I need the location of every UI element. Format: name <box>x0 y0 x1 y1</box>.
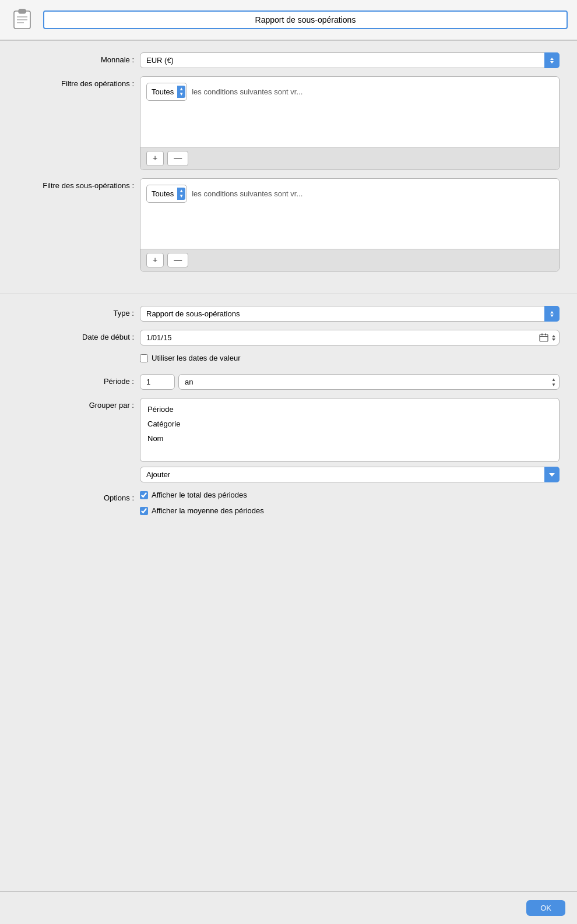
grouper-item-categorie[interactable]: Catégorie <box>140 417 559 431</box>
section-filters: Monnaie : EUR (€)USD ($)GBP (£) Filtre d… <box>0 41 577 294</box>
periode-control: ▲ ▼ <box>140 374 560 390</box>
option2-checkbox[interactable] <box>140 507 148 515</box>
periode-input-row: ▲ ▼ <box>140 374 560 390</box>
filtre-sous-operations-filter-row: Toutes ▲ ▼ les conditions suivantes sont… <box>146 185 553 203</box>
date-valeur-row: Utiliser les dates de valeur <box>17 354 560 366</box>
bottom-bar: OK <box>0 891 577 924</box>
spacer <box>0 532 577 891</box>
ajouter-select[interactable]: Ajouter <box>140 467 560 482</box>
filtre-operations-box: Toutes ▲ ▼ les conditions suivantes sont… <box>140 76 560 170</box>
date-valeur-checkbox-row: Utiliser les dates de valeur <box>140 354 560 362</box>
ok-button[interactable]: OK <box>526 900 565 916</box>
date-valeur-control: Utiliser les dates de valeur <box>140 354 560 366</box>
options-label: Options : <box>17 491 140 502</box>
filtre-operations-footer: + — <box>140 147 559 170</box>
filtre-sous-operations-control: Toutes ▲ ▼ les conditions suivantes sont… <box>140 178 560 272</box>
stepper-down-icon: ▼ <box>179 92 184 97</box>
option1-row: Afficher le total des périodes <box>140 491 560 499</box>
date-debut-row: Date de début : <box>17 330 560 345</box>
filtre-sous-operations-row: Filtre des sous-opérations : Toutes ▲ ▼ <box>17 178 560 272</box>
filtre-sous-operations-footer: + — <box>140 249 559 271</box>
grouper-item-periode[interactable]: Période <box>140 402 559 417</box>
filtre-operations-control: Toutes ▲ ▼ les conditions suivantes sont… <box>140 76 560 170</box>
monnaie-select-wrapper: EUR (€)USD ($)GBP (£) <box>140 52 560 68</box>
periode-row: Période : ▲ ▼ <box>17 374 560 390</box>
ajouter-wrapper: Ajouter <box>140 467 560 482</box>
filtre-operations-label: Filtre des opérations : <box>17 76 140 88</box>
option2-label: Afficher la moyenne des périodes <box>152 506 264 515</box>
section-settings: Type : Rapport de sous-opérations Date d… <box>0 294 577 532</box>
options-row: Options : Afficher le total des périodes… <box>17 491 560 519</box>
filtre-operations-add-btn[interactable]: + <box>146 151 164 166</box>
periode-label: Période : <box>17 374 140 386</box>
option2-row: Afficher la moyenne des périodes <box>140 506 560 515</box>
periode-unit-input[interactable] <box>178 374 560 390</box>
filtre-operations-row: Filtre des opérations : Toutes ▲ ▼ <box>17 76 560 170</box>
periode-unit-wrapper: ▲ ▼ <box>178 374 560 390</box>
date-debut-input[interactable] <box>140 330 560 345</box>
filtre-sous-operations-box: Toutes ▲ ▼ les conditions suivantes sont… <box>140 178 560 272</box>
stepper-down2-icon: ▼ <box>179 194 184 199</box>
filtre-operations-content: Toutes ▲ ▼ les conditions suivantes sont… <box>140 77 559 147</box>
filtre-sous-operations-remove-btn[interactable]: — <box>167 253 188 268</box>
report-title-input[interactable] <box>43 10 568 29</box>
grouper-list: Période Catégorie Nom <box>140 398 560 462</box>
filtre-operations-dropdown: Toutes ▲ ▼ <box>146 83 187 101</box>
filtre-operations-toutes-label: Toutes <box>152 87 174 96</box>
date-debut-control <box>140 330 560 345</box>
grouper-item-nom[interactable]: Nom <box>140 431 559 446</box>
filtre-sous-operations-label: Filtre des sous-opérations : <box>17 178 140 190</box>
filtre-operations-remove-btn[interactable]: — <box>167 151 188 166</box>
type-select[interactable]: Rapport de sous-opérations <box>140 306 560 322</box>
type-control: Rapport de sous-opérations <box>140 306 560 322</box>
filtre-operations-toutes-btn[interactable]: Toutes ▲ ▼ <box>146 83 187 101</box>
type-select-wrapper: Rapport de sous-opérations <box>140 306 560 322</box>
filtre-sous-operations-content: Toutes ▲ ▼ les conditions suivantes sont… <box>140 179 559 249</box>
type-row: Type : Rapport de sous-opérations <box>17 306 560 322</box>
filtre-sous-operations-toutes-label: Toutes <box>152 189 174 198</box>
grouper-control: Période Catégorie Nom Ajouter <box>140 398 560 482</box>
filtre-operations-filter-row: Toutes ▲ ▼ les conditions suivantes sont… <box>146 83 553 101</box>
date-debut-label: Date de début : <box>17 330 140 341</box>
monnaie-select[interactable]: EUR (€)USD ($)GBP (£) <box>140 52 560 68</box>
options-checkboxes: Afficher le total des périodes Afficher … <box>140 491 560 519</box>
svg-rect-1 <box>19 9 26 13</box>
options-control: Afficher le total des périodes Afficher … <box>140 491 560 519</box>
type-label: Type : <box>17 306 140 318</box>
date-input-wrapper <box>140 330 560 345</box>
filtre-sous-operations-add-btn[interactable]: + <box>146 253 164 268</box>
filtre-sous-operations-toutes-btn[interactable]: Toutes ▲ ▼ <box>146 185 187 203</box>
date-valeur-label: Utiliser les dates de valeur <box>152 354 240 362</box>
filtre-operations-conditions-text: les conditions suivantes sont vr... <box>192 87 302 96</box>
monnaie-control: EUR (€)USD ($)GBP (£) <box>140 52 560 68</box>
grouper-row: Grouper par : Période Catégorie Nom Ajou… <box>17 398 560 482</box>
grouper-label: Grouper par : <box>17 398 140 410</box>
monnaie-row: Monnaie : EUR (€)USD ($)GBP (£) <box>17 52 560 68</box>
stepper-up-icon: ▲ <box>179 87 184 91</box>
header <box>0 0 577 40</box>
filtre-sous-operations-conditions-text: les conditions suivantes sont vr... <box>192 189 302 198</box>
date-valeur-empty-label <box>17 354 140 357</box>
periode-number-input[interactable] <box>140 374 175 390</box>
option1-checkbox[interactable] <box>140 491 148 499</box>
filtre-sous-operations-dropdown: Toutes ▲ ▼ <box>146 185 187 203</box>
option1-label: Afficher le total des périodes <box>152 491 247 499</box>
filtre-operations-stepper: ▲ ▼ <box>177 86 185 98</box>
monnaie-label: Monnaie : <box>17 52 140 64</box>
date-valeur-checkbox[interactable] <box>140 354 148 362</box>
app-icon <box>9 7 35 33</box>
filtre-sous-stepper: ▲ ▼ <box>177 188 185 200</box>
stepper-up2-icon: ▲ <box>179 189 184 193</box>
